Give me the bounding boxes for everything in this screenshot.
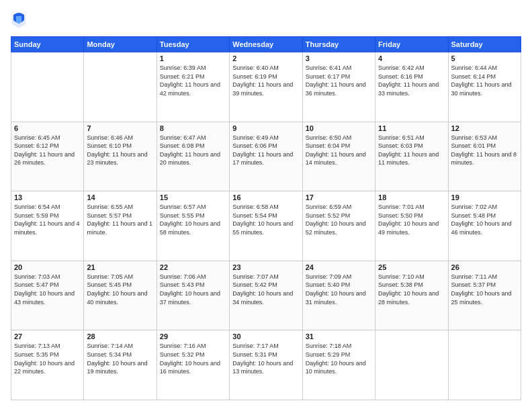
day-number: 29: [160, 332, 226, 340]
weekday-header-sunday: Sunday: [11, 37, 84, 52]
week-row-0: 1Sunrise: 6:39 AM Sunset: 6:21 PM Daylig…: [11, 52, 521, 122]
day-number: 21: [87, 263, 153, 271]
calendar-cell: 28Sunrise: 7:14 AM Sunset: 5:34 PM Dayli…: [84, 330, 157, 400]
day-number: 18: [378, 193, 445, 201]
day-number: 27: [14, 332, 81, 340]
day-number: 15: [160, 193, 226, 201]
calendar-cell: 6Sunrise: 6:45 AM Sunset: 6:12 PM Daylig…: [11, 122, 84, 191]
day-detail: Sunrise: 7:05 AM Sunset: 5:45 PM Dayligh…: [87, 273, 153, 306]
day-detail: Sunrise: 6:58 AM Sunset: 5:54 PM Dayligh…: [232, 203, 299, 236]
day-detail: Sunrise: 6:53 AM Sunset: 6:01 PM Dayligh…: [451, 134, 518, 167]
calendar-cell: 18Sunrise: 7:01 AM Sunset: 5:50 PM Dayli…: [375, 191, 448, 261]
day-detail: Sunrise: 6:54 AM Sunset: 5:59 PM Dayligh…: [14, 203, 81, 236]
day-number: 28: [87, 332, 153, 340]
day-number: 25: [378, 263, 445, 271]
day-detail: Sunrise: 7:11 AM Sunset: 5:37 PM Dayligh…: [451, 273, 518, 306]
day-number: 8: [160, 124, 226, 132]
day-detail: Sunrise: 6:44 AM Sunset: 6:14 PM Dayligh…: [451, 64, 518, 97]
day-number: 1: [160, 54, 226, 62]
calendar-cell: 14Sunrise: 6:55 AM Sunset: 5:57 PM Dayli…: [84, 191, 157, 261]
week-row-2: 13Sunrise: 6:54 AM Sunset: 5:59 PM Dayli…: [11, 191, 521, 261]
day-detail: Sunrise: 6:57 AM Sunset: 5:55 PM Dayligh…: [160, 203, 226, 236]
calendar-cell: 29Sunrise: 7:16 AM Sunset: 5:32 PM Dayli…: [157, 330, 229, 400]
day-detail: Sunrise: 6:42 AM Sunset: 6:16 PM Dayligh…: [378, 64, 445, 97]
weekday-header-monday: Monday: [84, 37, 157, 52]
calendar-cell: [11, 52, 84, 122]
day-detail: Sunrise: 6:50 AM Sunset: 6:04 PM Dayligh…: [306, 134, 372, 167]
day-number: 26: [451, 263, 518, 271]
day-number: 17: [306, 193, 372, 201]
calendar-cell: 11Sunrise: 6:51 AM Sunset: 6:03 PM Dayli…: [375, 122, 448, 191]
weekday-header-thursday: Thursday: [302, 37, 375, 52]
calendar-cell: 20Sunrise: 7:03 AM Sunset: 5:47 PM Dayli…: [11, 261, 84, 330]
day-detail: Sunrise: 6:40 AM Sunset: 6:19 PM Dayligh…: [232, 64, 299, 97]
calendar-cell: 30Sunrise: 7:17 AM Sunset: 5:31 PM Dayli…: [230, 330, 302, 400]
header: [11, 11, 521, 30]
day-number: 23: [232, 263, 299, 271]
day-number: 2: [232, 54, 299, 62]
weekday-header-friday: Friday: [375, 37, 448, 52]
day-detail: Sunrise: 6:51 AM Sunset: 6:03 PM Dayligh…: [378, 134, 445, 167]
day-detail: Sunrise: 6:45 AM Sunset: 6:12 PM Dayligh…: [14, 134, 81, 167]
day-detail: Sunrise: 7:03 AM Sunset: 5:47 PM Dayligh…: [14, 273, 81, 306]
day-number: 9: [232, 124, 299, 132]
day-detail: Sunrise: 7:01 AM Sunset: 5:50 PM Dayligh…: [378, 203, 445, 236]
day-number: 14: [87, 193, 153, 201]
week-row-3: 20Sunrise: 7:03 AM Sunset: 5:47 PM Dayli…: [11, 261, 521, 330]
calendar-cell: 31Sunrise: 7:18 AM Sunset: 5:29 PM Dayli…: [302, 330, 375, 400]
day-detail: Sunrise: 6:47 AM Sunset: 6:08 PM Dayligh…: [160, 134, 226, 167]
day-number: 12: [451, 124, 518, 132]
day-detail: Sunrise: 6:39 AM Sunset: 6:21 PM Dayligh…: [160, 64, 226, 97]
day-number: 3: [306, 54, 372, 62]
week-row-4: 27Sunrise: 7:13 AM Sunset: 5:35 PM Dayli…: [11, 330, 521, 400]
day-number: 4: [378, 54, 445, 62]
calendar-cell: 25Sunrise: 7:10 AM Sunset: 5:38 PM Dayli…: [375, 261, 448, 330]
calendar-cell: 5Sunrise: 6:44 AM Sunset: 6:14 PM Daylig…: [448, 52, 521, 122]
weekday-header-row: SundayMondayTuesdayWednesdayThursdayFrid…: [11, 37, 521, 52]
calendar-cell: [84, 52, 157, 122]
calendar-cell: [448, 330, 521, 400]
day-number: 16: [232, 193, 299, 201]
calendar-cell: 4Sunrise: 6:42 AM Sunset: 6:16 PM Daylig…: [375, 52, 448, 122]
day-detail: Sunrise: 6:41 AM Sunset: 6:17 PM Dayligh…: [306, 64, 372, 97]
calendar-cell: 27Sunrise: 7:13 AM Sunset: 5:35 PM Dayli…: [11, 330, 84, 400]
day-number: 6: [14, 124, 81, 132]
day-number: 7: [87, 124, 153, 132]
day-detail: Sunrise: 7:13 AM Sunset: 5:35 PM Dayligh…: [14, 342, 81, 375]
day-detail: Sunrise: 6:46 AM Sunset: 6:10 PM Dayligh…: [87, 134, 153, 167]
day-number: 13: [14, 193, 81, 201]
day-detail: Sunrise: 7:18 AM Sunset: 5:29 PM Dayligh…: [306, 342, 372, 375]
day-detail: Sunrise: 7:17 AM Sunset: 5:31 PM Dayligh…: [232, 342, 299, 375]
day-number: 20: [14, 263, 81, 271]
day-number: 24: [306, 263, 372, 271]
day-detail: Sunrise: 6:49 AM Sunset: 6:06 PM Dayligh…: [232, 134, 299, 167]
page: SundayMondayTuesdayWednesdayThursdayFrid…: [0, 0, 532, 411]
day-number: 22: [160, 263, 226, 271]
day-detail: Sunrise: 7:06 AM Sunset: 5:43 PM Dayligh…: [160, 273, 226, 306]
calendar-cell: 19Sunrise: 7:02 AM Sunset: 5:48 PM Dayli…: [448, 191, 521, 261]
calendar-cell: 8Sunrise: 6:47 AM Sunset: 6:08 PM Daylig…: [157, 122, 229, 191]
calendar-cell: 10Sunrise: 6:50 AM Sunset: 6:04 PM Dayli…: [302, 122, 375, 191]
day-number: 30: [232, 332, 299, 340]
calendar-cell: 7Sunrise: 6:46 AM Sunset: 6:10 PM Daylig…: [84, 122, 157, 191]
day-detail: Sunrise: 7:10 AM Sunset: 5:38 PM Dayligh…: [378, 273, 445, 306]
day-number: 10: [306, 124, 372, 132]
day-detail: Sunrise: 7:02 AM Sunset: 5:48 PM Dayligh…: [451, 203, 518, 236]
weekday-header-tuesday: Tuesday: [157, 37, 229, 52]
day-detail: Sunrise: 7:09 AM Sunset: 5:40 PM Dayligh…: [306, 273, 372, 306]
calendar-cell: 3Sunrise: 6:41 AM Sunset: 6:17 PM Daylig…: [302, 52, 375, 122]
calendar-cell: 1Sunrise: 6:39 AM Sunset: 6:21 PM Daylig…: [157, 52, 229, 122]
day-number: 5: [451, 54, 518, 62]
calendar-cell: 9Sunrise: 6:49 AM Sunset: 6:06 PM Daylig…: [230, 122, 302, 191]
calendar-cell: 13Sunrise: 6:54 AM Sunset: 5:59 PM Dayli…: [11, 191, 84, 261]
calendar-cell: 26Sunrise: 7:11 AM Sunset: 5:37 PM Dayli…: [448, 261, 521, 330]
weekday-header-wednesday: Wednesday: [230, 37, 302, 52]
calendar-cell: 21Sunrise: 7:05 AM Sunset: 5:45 PM Dayli…: [84, 261, 157, 330]
calendar-cell: 24Sunrise: 7:09 AM Sunset: 5:40 PM Dayli…: [302, 261, 375, 330]
day-number: 19: [451, 193, 518, 201]
calendar-cell: 12Sunrise: 6:53 AM Sunset: 6:01 PM Dayli…: [448, 122, 521, 191]
calendar-cell: 16Sunrise: 6:58 AM Sunset: 5:54 PM Dayli…: [230, 191, 302, 261]
weekday-header-saturday: Saturday: [448, 37, 521, 52]
day-number: 31: [306, 332, 372, 340]
calendar-cell: 17Sunrise: 6:59 AM Sunset: 5:52 PM Dayli…: [302, 191, 375, 261]
